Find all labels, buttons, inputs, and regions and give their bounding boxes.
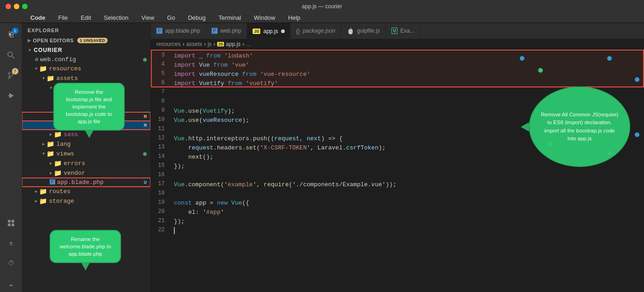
svg-rect-8 xyxy=(12,220,14,223)
open-editors-section: ▶ OPEN EDITORS 1 UNSAVED xyxy=(22,36,150,45)
breadcrumb-appjs[interactable]: app.js xyxy=(226,41,241,47)
line-num-13: 13 xyxy=(151,143,174,150)
code-line-19: 19 const app = new Vue({ xyxy=(151,199,644,208)
menu-view[interactable]: View xyxy=(138,13,157,22)
flask-activity-icon[interactable]: ⚗ xyxy=(3,235,19,252)
tab-gulpfile-label: gulpfile.js xyxy=(357,28,380,34)
annotation-dot-2 xyxy=(607,56,612,61)
svg-point-3 xyxy=(8,77,10,79)
vendor-label: vendor xyxy=(63,170,85,177)
tab-web-php[interactable]: 🅿 web.php xyxy=(206,23,247,39)
code-editor[interactable]: 3 import _ from 'lodash' 4 import Vue fr… xyxy=(151,50,644,292)
tab-web-php-label: web.php xyxy=(220,28,241,34)
tree-item-vendor[interactable]: ▶ 📁 vendor xyxy=(22,168,150,178)
files-activity-icon[interactable]: ⎗ 1 xyxy=(3,27,19,43)
svg-line-1 xyxy=(12,56,14,58)
callout-rename: Rename the welcome.blade.php to app.blad… xyxy=(50,230,121,263)
timer-activity-icon[interactable]: ⏱ xyxy=(3,255,19,272)
tree-item-resources[interactable]: ▼ 📁 resources xyxy=(22,64,150,74)
menu-debug[interactable]: Debug xyxy=(185,13,208,22)
callout-bootstrap-text: Remove the bootstrap.js file and impleme… xyxy=(66,89,112,124)
breadcrumb-js[interactable]: js xyxy=(207,41,212,47)
titlebar: app.js — courier xyxy=(0,0,644,13)
line-content-3: import _ from 'lodash' xyxy=(174,52,644,61)
tree-item-lang[interactable]: ▶ 📁 lang xyxy=(22,139,150,149)
resources-folder-icon: 📁 xyxy=(39,65,47,73)
line-num-20: 20 xyxy=(151,208,174,215)
tree-item-assets[interactable]: ▼ 📁 assets xyxy=(22,74,150,83)
tab-example-vue-icon: V xyxy=(391,28,397,34)
breadcrumb-ellipsis[interactable]: ... xyxy=(246,41,251,47)
tab-package-json[interactable]: {} package.json xyxy=(291,23,341,39)
svg-rect-9 xyxy=(8,223,11,226)
routes-label: routes xyxy=(49,188,70,195)
tree-item-routes[interactable]: ▶ 📁 routes xyxy=(22,187,150,196)
tab-dot xyxy=(281,29,285,33)
menu-help[interactable]: Help xyxy=(285,13,303,22)
editor-area: 🅿 app.blade.php 🅿 web.php JS app.js {} p… xyxy=(151,23,644,292)
breadcrumb: resources › assets › js › JS app.js › ..… xyxy=(151,39,644,50)
line-num-9: 9 xyxy=(151,107,174,114)
tab-gulpfile-icon: 🍵 xyxy=(347,28,354,34)
menu-code[interactable]: Code xyxy=(28,13,48,22)
menu-go[interactable]: Go xyxy=(164,13,178,22)
views-label: views xyxy=(56,150,74,157)
courier-label: COURIER xyxy=(34,47,62,53)
menu-edit[interactable]: Edit xyxy=(78,13,93,22)
menu-window[interactable]: Window xyxy=(251,13,278,22)
tab-app-blade-icon: 🅿 xyxy=(156,28,162,34)
line-content-5: import vueResource from 'vue-resource' xyxy=(174,70,644,79)
vendor-folder-icon: 📁 xyxy=(54,169,62,177)
line-num-4: 4 xyxy=(151,61,174,68)
line-content-19: const app = new Vue({ xyxy=(174,199,644,208)
tree-item-errors[interactable]: ▶ 📁 errors xyxy=(22,159,150,168)
cloud-activity-icon[interactable]: ☁ xyxy=(3,275,19,292)
line-num-6: 6 xyxy=(151,79,174,86)
svg-point-2 xyxy=(8,72,10,74)
menu-selection[interactable]: Selection xyxy=(101,13,131,22)
assets-folder-icon: 📁 xyxy=(46,74,54,82)
tree-item-views[interactable]: ▼ 📁 views xyxy=(22,149,150,159)
traffic-lights xyxy=(6,4,28,9)
callout-bootstrap: Remove the bootstrap.js file and impleme… xyxy=(53,83,125,131)
breadcrumb-sep4: › xyxy=(242,41,244,47)
tab-app-js-label: app.js xyxy=(263,28,278,34)
tab-app-blade[interactable]: 🅿 app.blade.php xyxy=(151,23,206,39)
breadcrumb-assets[interactable]: assets xyxy=(186,41,202,47)
code-line-21: 21 }); xyxy=(151,217,644,226)
menu-terminal[interactable]: Terminal xyxy=(216,13,244,22)
extensions-activity-icon[interactable] xyxy=(3,215,19,231)
line-num-8: 8 xyxy=(151,97,174,104)
tree-item-storage[interactable]: ▶ 📁 storage xyxy=(22,196,150,206)
line-num-18: 18 xyxy=(151,189,174,196)
maximize-button[interactable] xyxy=(22,4,28,9)
search-activity-icon[interactable] xyxy=(3,47,19,63)
tree-item-app-blade[interactable]: 🅿 app.blade.php U xyxy=(22,178,150,187)
tab-gulpfile[interactable]: 🍵 gulpfile.js xyxy=(341,23,386,39)
courier-header[interactable]: ▼ COURIER xyxy=(22,45,150,55)
callout-es6: Remove All Common JS(require) to ES6 (im… xyxy=(529,86,630,167)
source-control-activity-icon[interactable]: 7 xyxy=(3,67,19,84)
menu-file[interactable]: File xyxy=(56,13,71,22)
close-button[interactable] xyxy=(6,4,11,9)
debug-activity-icon[interactable] xyxy=(3,87,19,104)
breadcrumb-resources[interactable]: resources xyxy=(156,41,181,47)
tab-app-blade-label: app.blade.php xyxy=(165,28,200,34)
line-num-21: 21 xyxy=(151,217,174,224)
code-line-22: 22 ​ xyxy=(151,226,644,235)
php-file-icon: 🅿 xyxy=(50,179,55,186)
tab-example-vue[interactable]: V Exa... xyxy=(386,23,420,39)
code-line-17: 17 Vue.component('example', require('./c… xyxy=(151,180,644,189)
breadcrumb-sep2: › xyxy=(204,41,206,47)
views-folder-icon: 📁 xyxy=(46,150,54,158)
svg-rect-7 xyxy=(8,220,11,223)
svg-rect-10 xyxy=(12,223,14,226)
annotation-dot-3 xyxy=(635,77,639,82)
tree-item-web-config[interactable]: ⚙ web.config xyxy=(22,55,150,64)
tab-app-js[interactable]: JS app.js xyxy=(247,23,290,39)
open-editors-header[interactable]: ▶ OPEN EDITORS 1 UNSAVED xyxy=(22,36,150,45)
app-blade-label: app.blade.php xyxy=(57,179,104,186)
sass-label: sass xyxy=(63,131,78,138)
tab-example-vue-label: Exa... xyxy=(400,28,414,34)
minimize-button[interactable] xyxy=(14,4,19,9)
